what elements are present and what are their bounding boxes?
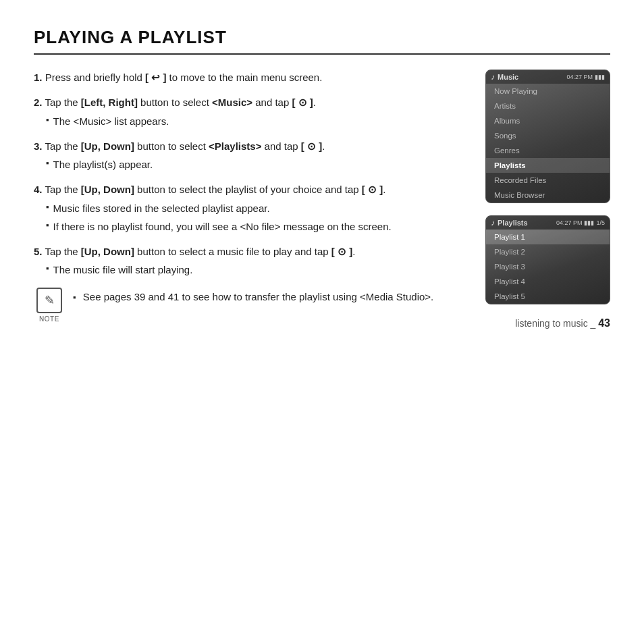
right-content: ♪ Music 04:27 PM ▮▮▮ Now Playing Artists… — [485, 70, 610, 323]
note-icon: ✎ — [36, 288, 62, 313]
device-header-left-2: ♪ Playlists — [491, 218, 528, 227]
step-2-sub: ▪ The <Music> list appears. — [46, 113, 465, 129]
screen1-title: Music — [498, 73, 518, 81]
page-footer: listening to music _ 43 — [515, 317, 610, 329]
playlist-item-4[interactable]: Playlist 4 — [486, 274, 610, 289]
step-3-bold3: [ ⊙ ] — [301, 140, 322, 152]
device-header-right-1: 04:27 PM ▮▮▮ — [566, 74, 605, 80]
playlist-item-1[interactable]: Playlist 1 — [486, 230, 610, 244]
playlist-item-3[interactable]: Playlist 3 — [486, 259, 610, 274]
step-5-bold1: [Up, Down] — [81, 246, 134, 257]
note-text: ▪ See pages 39 and 41 to see how to tran… — [73, 288, 433, 305]
step-1: 1. Press and briefly hold [ ↩ ] to move … — [34, 70, 465, 85]
step-5-bold2: [ ⊙ ] — [331, 246, 352, 257]
device-header-2: ♪ Playlists 04:27 PM ▮▮▮ 1/5 — [486, 216, 610, 230]
page-container: PLAYING A PLAYLIST 1. Press and briefly … — [0, 0, 644, 350]
device-screen-1: ♪ Music 04:27 PM ▮▮▮ Now Playing Artists… — [485, 70, 610, 203]
menu-item-playlists[interactable]: Playlists — [486, 158, 610, 173]
screen1-time: 04:27 PM — [566, 74, 593, 80]
step-3-sub: ▪ The playlist(s) appear. — [46, 157, 465, 172]
menu-item-artists: Artists — [486, 99, 610, 113]
step-4: 4. Tap the [Up, Down] button to select t… — [34, 182, 465, 234]
step-4-sub2: ▪ If there is no playlist found, you wil… — [46, 219, 465, 234]
page-title: PLAYING A PLAYLIST — [34, 27, 610, 55]
playlist-item-5[interactable]: Playlist 5 — [486, 289, 610, 304]
playlist-item-2[interactable]: Playlist 2 — [486, 244, 610, 259]
menu-item-now-playing: Now Playing — [486, 84, 610, 99]
bullet-icon: ▪ — [46, 200, 49, 215]
step-3-bold2: <Playlists> — [209, 140, 261, 152]
device-screen-2: ♪ Playlists 04:27 PM ▮▮▮ 1/5 Playlist 1 … — [485, 215, 610, 304]
menu-item-recorded-files: Recorded Files — [486, 173, 610, 188]
screen2-page-counter: 1/5 — [596, 219, 605, 226]
battery-icon-1: ▮▮▮ — [595, 74, 605, 80]
step-2-bold2: <Music> — [212, 97, 252, 108]
step-5-sub-text: The music file will start playing. — [53, 262, 193, 277]
step-5-number: 5. — [34, 246, 43, 257]
step-4-number: 4. — [34, 184, 43, 195]
step-3-sub-text: The playlist(s) appear. — [53, 157, 153, 172]
page-number: 43 — [598, 317, 610, 329]
step-4-bold1: [Up, Down] — [81, 184, 134, 195]
main-layout: 1. Press and briefly hold [ ↩ ] to move … — [34, 70, 610, 323]
menu-item-genres: Genres — [486, 143, 610, 158]
note-icon-box: ✎ NOTE — [34, 288, 65, 323]
step-2-bold3: [ ⊙ ] — [292, 97, 313, 108]
step-5: 5. Tap the [Up, Down] button to select a… — [34, 244, 465, 278]
note-content: See pages 39 and 41 to see how to transf… — [83, 291, 434, 302]
step-2-number: 2. — [34, 97, 43, 108]
note-row: ✎ NOTE ▪ See pages 39 and 41 to see how … — [34, 288, 465, 323]
bullet-icon: ▪ — [46, 113, 49, 128]
footer-text: listening to music _ — [515, 318, 598, 329]
step-2: 2. Tap the [Left, Right] button to selec… — [34, 95, 465, 129]
left-content: 1. Press and briefly hold [ ↩ ] to move … — [34, 70, 465, 323]
bullet-icon: ▪ — [46, 157, 49, 171]
music-note-icon-2: ♪ — [491, 218, 495, 227]
step-2-bold1: [Left, Right] — [81, 97, 138, 108]
step-4-bold2: [ ⊙ ] — [362, 184, 383, 195]
screen2-time: 04:27 PM — [556, 219, 583, 226]
step-2-sub-text: The <Music> list appears. — [53, 113, 169, 129]
battery-icon-2: ▮▮▮ — [584, 219, 594, 226]
step-5-sub: ▪ The music file will start playing. — [46, 262, 465, 277]
menu-item-albums: Albums — [486, 113, 610, 128]
note-label: NOTE — [39, 315, 59, 323]
screen2-title: Playlists — [498, 219, 528, 227]
device-header-1: ♪ Music 04:27 PM ▮▮▮ — [486, 70, 610, 84]
bullet-icon: ▪ — [46, 262, 49, 276]
step-4-sub1: ▪ Music files stored in the selected pla… — [46, 200, 465, 216]
step-3-number: 3. — [34, 140, 43, 152]
menu-item-music-browser: Music Browser — [486, 188, 610, 203]
menu-item-songs: Songs — [486, 128, 610, 143]
bullet-icon: ▪ — [73, 292, 76, 302]
device-header-left-1: ♪ Music — [491, 72, 518, 82]
bullet-icon: ▪ — [46, 219, 49, 233]
step-4-sub1-text: Music files stored in the selected playl… — [53, 200, 270, 216]
music-note-icon: ♪ — [491, 72, 495, 82]
step-4-sub2-text: If there is no playlist found, you will … — [53, 219, 392, 234]
step-1-number: 1. — [34, 72, 43, 83]
step-3: 3. Tap the [Up, Down] button to select <… — [34, 138, 465, 173]
step-1-key: [ ↩ ] — [145, 72, 166, 83]
note-symbol: ✎ — [45, 293, 55, 308]
device-header-right-2: 04:27 PM ▮▮▮ 1/5 — [556, 219, 605, 226]
step-3-bold1: [Up, Down] — [81, 140, 134, 152]
